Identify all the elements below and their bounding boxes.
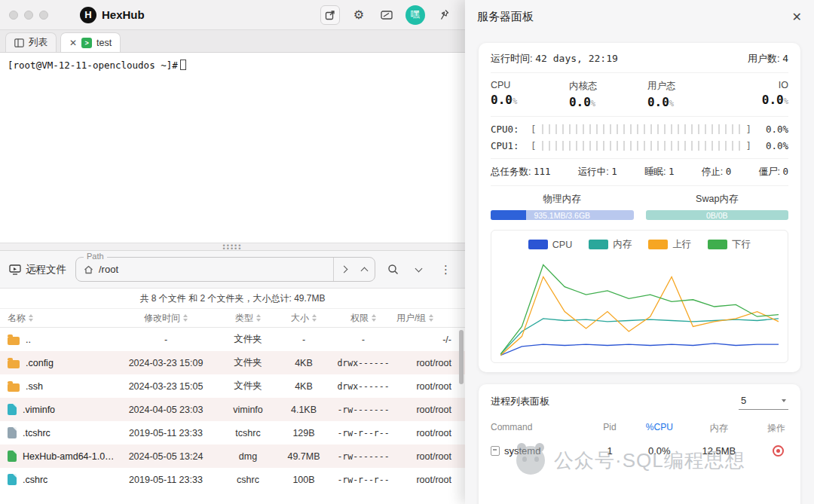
terminal-output[interactable]: [root@VM-12-11-opencloudos ~]# [0, 53, 465, 243]
app-logo: H HexHub [80, 7, 145, 23]
column-header-actions[interactable]: 操作 [748, 422, 788, 435]
chevron-up-icon [361, 267, 369, 274]
task-running: 运行中: 1 [578, 166, 617, 179]
column-header-cpu[interactable]: %CPU [629, 422, 689, 435]
close-panel-button[interactable]: ✕ [792, 10, 802, 24]
pane-splitter[interactable]: •••••••••• [0, 243, 465, 251]
column-header-name[interactable]: 名称 [0, 312, 113, 325]
new-window-button[interactable] [320, 5, 340, 25]
uptime-row: 运行时间: 42 days, 22:19 用户数: 4 [491, 52, 788, 66]
legend-cpu: CPU [528, 238, 572, 251]
scrollbar-thumb[interactable] [459, 330, 464, 384]
process-panel-header: 进程列表面板 5 [491, 393, 788, 410]
chart-legend: CPU 内存 上行 下行 [500, 238, 779, 251]
column-header-command[interactable]: Command [491, 422, 590, 435]
minimize-window-button[interactable] [24, 11, 33, 20]
physical-memory: 物理内存 935.1MB/3.6GB [491, 193, 634, 220]
pin-button[interactable] [435, 6, 453, 24]
chevron-down-icon [415, 264, 422, 272]
expand-button[interactable] [410, 261, 427, 278]
path-go-button[interactable] [334, 258, 354, 281]
performance-chart: CPU 内存 上行 下行 [491, 230, 788, 363]
page-size-value: 5 [741, 395, 746, 406]
legend-memory: 内存 [589, 238, 632, 251]
home-icon [84, 265, 93, 274]
file-icon [8, 427, 17, 438]
list-window-icon [14, 38, 24, 47]
legend-download: 下行 [708, 238, 751, 251]
legend-swatch-download [708, 240, 727, 249]
user-avatar[interactable]: 嘿 [405, 5, 425, 25]
tab-list-label: 列表 [29, 36, 47, 49]
column-header-pid[interactable]: Pid [590, 422, 630, 435]
path-value: /root [99, 264, 118, 275]
memory-section: 物理内存 935.1MB/3.6GB Swap内存 0B/0B [491, 193, 788, 220]
file-icon [8, 404, 17, 415]
remote-files-icon [9, 264, 21, 275]
column-header-mtime[interactable]: 修改时间 [113, 312, 219, 325]
server-panel: 服务器面板 ✕ 运行时间: 42 days, 22:19 用户数: 4 CPU … [465, 0, 814, 504]
table-row[interactable]: .cshrc 2019-05-11 23:33 cshrc 100B -rw-r… [0, 468, 465, 491]
sort-icon [312, 314, 317, 322]
server-panel-header: 服务器面板 ✕ [465, 0, 814, 33]
tools-button[interactable] [378, 6, 396, 24]
terminal-cursor [180, 60, 186, 70]
path-up-button[interactable] [354, 258, 375, 281]
gauge-kernel: 内核态 0.0% [569, 80, 647, 109]
legend-swatch-memory [589, 240, 608, 249]
path-field[interactable]: Path /root [75, 257, 375, 282]
column-header-size[interactable]: 大小 [277, 312, 330, 325]
process-row[interactable]: systemd 1 0.0% 12.5MB [491, 445, 788, 457]
terminal-prompt: [root@VM-12-11-opencloudos ~]# [8, 60, 178, 71]
search-button[interactable] [384, 261, 401, 278]
process-table-header: Command Pid %CPU 内存 操作 [491, 422, 788, 435]
column-header-perm[interactable]: 权限 [330, 312, 396, 325]
legend-swatch-cpu [528, 240, 548, 249]
swap-memory-bar: 0B/0B [646, 210, 789, 220]
folder-icon [8, 360, 20, 368]
path-field-label: Path [84, 252, 107, 261]
swap-memory: Swap内存 0B/0B [646, 193, 789, 220]
file-icon [8, 474, 17, 485]
folder-icon [8, 383, 20, 392]
cpu0-meter: CPU0: [ ] 0.0% [491, 124, 788, 135]
sort-icon [256, 314, 261, 322]
file-summary: 共 8 个文件 和 2 个文件夹，大小总计: 49.7MB [0, 289, 465, 309]
app-title: HexHub [102, 8, 145, 21]
settings-button[interactable]: ⚙ [350, 6, 368, 24]
table-row[interactable]: .ssh 2024-03-23 15:05 文件夹 4KB drwx------… [0, 374, 465, 398]
table-row[interactable]: .viminfo 2024-04-05 23:03 viminfo 4.1KB … [0, 398, 465, 421]
tab-list[interactable]: 列表 [5, 32, 57, 52]
page-size-select[interactable]: 5 [739, 393, 788, 410]
app-window: H HexHub ⚙ 嘿 列表 [0, 0, 814, 504]
tab-test[interactable]: ✕ > test [60, 32, 121, 52]
column-header-type[interactable]: 类型 [219, 312, 277, 325]
sort-icon [429, 314, 433, 322]
cpu1-ticks [542, 141, 741, 151]
terminal-tools-icon [381, 10, 393, 20]
titlebar: H HexHub ⚙ 嘿 [0, 0, 465, 30]
tab-test-label: test [96, 38, 112, 48]
more-options-button[interactable]: ⋮ [440, 263, 451, 276]
tab-close-icon[interactable]: ✕ [69, 38, 77, 47]
table-row[interactable]: .. - 文件夹 - - -/- [0, 328, 465, 351]
table-row[interactable]: HexHub-amd64-1.0… 2024-05-05 13:24 dmg 4… [0, 444, 465, 468]
sort-icon [29, 314, 33, 322]
table-row[interactable]: .config 2024-03-23 15:09 文件夹 4KB drwx---… [0, 351, 465, 374]
kill-process-button[interactable] [773, 445, 784, 457]
folder-icon [8, 337, 20, 345]
maximize-window-button[interactable] [39, 11, 48, 20]
table-row[interactable]: .tcshrc 2019-05-11 23:33 tcshrc 129B -rw… [0, 421, 465, 444]
process-list-card: 进程列表面板 5 Command Pid %CPU 内存 操作 systemd … [479, 384, 800, 504]
legend-upload: 上行 [648, 238, 691, 251]
task-sleeping: 睡眠: 1 [644, 166, 675, 179]
column-header-owner[interactable]: 用户/组 [396, 312, 457, 325]
new-window-icon [325, 10, 335, 20]
search-icon [387, 264, 399, 275]
sort-icon [183, 314, 188, 322]
remote-files-toolbar: 远程文件 Path /root ⋮ [0, 251, 465, 289]
remote-files-section-label: 远程文件 [9, 263, 66, 276]
column-header-memory[interactable]: 内存 [689, 422, 748, 435]
process-panel-title: 进程列表面板 [491, 395, 549, 408]
close-window-button[interactable] [9, 11, 18, 20]
